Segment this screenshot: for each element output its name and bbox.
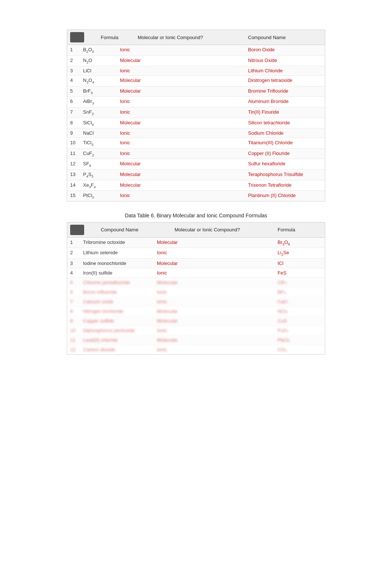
table-row: 2 N2O Molecular Nitrous Oxide xyxy=(67,56,325,66)
table-row-blurred: 8 Nitrogen trichloride Molecular NCl₃ xyxy=(67,307,325,316)
table1-swatch xyxy=(70,32,84,42)
table-row: 5 BrF3 Molecular Bromine Triflouride xyxy=(67,86,325,97)
table-row: 3 Iodine monochloride Molecular ICl xyxy=(67,259,325,268)
table-row: 1 Tribromine octoxide Molecular Br3O8 xyxy=(67,238,325,248)
table-row-blurred: 10 Diphosphorus pentoxide Ionic P₂O₅ xyxy=(67,326,325,335)
table-row: 11 CuF2 Ionic Copper (II) Flouride xyxy=(67,149,325,159)
table-row-blurred: 5 Chlorine pentafluoride Molecular ClF₅ xyxy=(67,278,325,287)
table-row: 2 Lithium selenide Ionic Li2Se xyxy=(67,248,325,259)
table1: Formula Molecular or Ionic Compound? Com… xyxy=(67,30,325,201)
table2-col-formula: Formula xyxy=(278,227,322,232)
table-row: 9 NaCl Ionic Sodium Chloride xyxy=(67,128,325,138)
table-row-blurred: 11 Lead(II) chloride Molecular PbCl₂ xyxy=(67,335,325,345)
table-row: 4 N2O4 Molecular Dinitrogen tetraoxide xyxy=(67,76,325,86)
table-row-blurred: 9 Copper sulfide Molecular CuS xyxy=(67,316,325,326)
table-row: 15 PtCl2 Ionic Plantinum (II) Chloride xyxy=(67,191,325,201)
table-row: 10 TiCl3 Ionic Titanium(III) Chloride xyxy=(67,138,325,149)
table1-header: Formula Molecular or Ionic Compound? Com… xyxy=(67,30,325,45)
table-row-blurred: 6 Boron trifluoride Ionic BF₃ xyxy=(67,287,325,297)
table-row-blurred: 12 Carbon dioxide Ionic CO₂ xyxy=(67,345,325,354)
table2: Compound Name Molecular or Ionic Compoun… xyxy=(67,222,325,355)
table-row: 13 P4S3 Molecular Teraphosphorus Trisulf… xyxy=(67,170,325,180)
table-row: 8 SiCl4 Molecular Silicon tetrachloride xyxy=(67,118,325,129)
table-row: 1 B2O3 Ionic Boron Oxide xyxy=(67,45,325,56)
table-row: 4 Iron(II) sulfide Ionic FeS xyxy=(67,268,325,278)
table-row: 14 Xe3F4 Molecular Trixenon Tetrafloride xyxy=(67,180,325,191)
section-title: Data Table 6. Binary Molecular and Ionic… xyxy=(48,213,344,218)
table-row-blurred: 7 Calcium oxide Ionic CaO xyxy=(67,297,325,307)
table1-col-formula: Formula xyxy=(101,35,138,40)
table-row: 7 SnF2 Ionic Tin(II) Flouride xyxy=(67,107,325,118)
table1-col-name: Compound Name xyxy=(248,35,322,40)
table2-header: Compound Name Molecular or Ionic Compoun… xyxy=(67,223,325,238)
table2-swatch xyxy=(70,225,84,235)
table-row: 6 AlBr3 Ionic Aluminum Bromide xyxy=(67,97,325,107)
table-row: 12 SF6 Molecular Sulfur hexafloride xyxy=(67,159,325,170)
table2-col-type: Molecular or Ionic Compound? xyxy=(175,227,278,232)
table1-col-type: Molecular or Ionic Compound? xyxy=(138,35,248,40)
table-row: 3 LiCl Ionic Lithium Chloride xyxy=(67,66,325,76)
table2-col-name: Compound Name xyxy=(101,227,175,232)
